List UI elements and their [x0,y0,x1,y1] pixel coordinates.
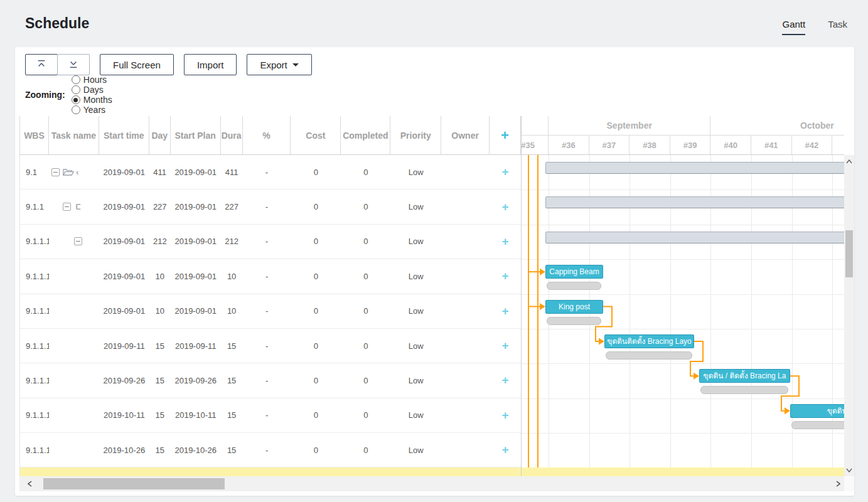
week-header: #40 [710,136,751,155]
cell-priority: Low [390,259,441,293]
cell-start-plan: 2019-09-01 [171,190,221,223]
collapse-all-button[interactable] [25,54,58,75]
cell-priority: Low [390,398,441,432]
zoom-radio-label: Years [83,105,105,115]
add-subtask-button[interactable]: + [490,155,521,189]
cell-day: 15 [149,363,171,397]
timeline-weeks-row: #35#36#37#38#39#40#41#42 [522,136,844,155]
cell-day: 10 [149,294,171,328]
baseline-bar [547,317,601,325]
add-column-button[interactable]: + [490,116,521,155]
cell-duration: 15 [221,398,243,432]
row-gridline [522,225,844,225]
zoom-radio-label: Days [83,85,104,95]
cell-duration: 10 [221,259,243,293]
add-subtask-button[interactable]: + [490,294,521,328]
cell-cost: 0 [291,433,341,467]
zoom-radio-days[interactable]: Days [72,85,112,95]
add-subtask-button[interactable]: + [490,190,521,223]
zooming-label: Zooming: [25,90,65,100]
scroll-right-icon[interactable] [833,479,843,489]
caret-down-icon [292,63,299,67]
cell-owner [441,294,490,328]
tab-task[interactable]: Task [828,19,847,35]
gantt-chart-area: Capping BeamKing postขุดดินติดตั้ง Braci… [521,155,844,476]
schedule-card: Full Screen Import Export Zooming: Hours… [15,47,854,496]
zooming-controls: Zooming: HoursDaysMonthsYears [25,87,121,103]
task-bar[interactable]: King post [545,300,603,314]
cell-task-name: ‹ [49,155,99,189]
cell-cost: 0 [291,190,341,223]
cell-day: 10 [149,259,171,293]
zoom-radio-hours[interactable]: Hours [72,75,112,85]
project-bar[interactable] [545,196,844,208]
collapse-all-icon [36,59,47,71]
cell-start-plan: 2019-09-01 [171,155,221,189]
cell-priority: Low [390,225,441,259]
cell-wbs: 9.1.1.1 [20,259,49,293]
cell-wbs: 9.1.1.1 [20,294,49,328]
cell-completed: 0 [341,398,390,432]
zoom-radio-years[interactable]: Years [72,105,112,115]
cell-start-time: 2019-09-01 [99,225,149,259]
collapse-minus-icon[interactable] [51,168,60,176]
cell-priority: Low [390,363,441,397]
horizontal-scrollbar-thumb[interactable] [43,478,225,489]
cell-cost: 0 [291,155,341,189]
cell-start-plan: 2019-09-26 [171,363,221,397]
table-row: 9.1.1.12019-09-01102019-09-0110-00Low+ [20,259,521,294]
add-subtask-button[interactable]: + [490,433,521,467]
add-subtask-button[interactable]: + [490,259,521,293]
import-button[interactable]: Import [184,54,237,75]
export-button[interactable]: Export [247,54,311,75]
add-subtask-button[interactable]: + [490,398,521,432]
add-subtask-button[interactable]: + [490,225,521,259]
cell-duration: 15 [221,363,243,397]
table-row: 9.1.1.12019-10-11152019-10-1115-00Low+ [20,398,521,433]
task-bar[interactable]: ขุดดิน / ติดตั้ง Bracing La [699,369,790,383]
cell-task-name [49,398,99,432]
scroll-left-icon[interactable] [24,479,35,489]
add-subtask-button[interactable]: + [490,329,521,363]
collapse-minus-icon[interactable] [74,237,82,245]
cell-wbs: 9.1.1.1 [20,363,49,397]
cell-task-name [49,329,99,363]
task-bar[interactable]: ขุดดิน / ติดตั้ง B [790,404,844,418]
row-gridline [522,398,844,399]
new-task-row-chart[interactable] [522,467,844,476]
cell-wbs: 9.1.1.1 [20,433,49,467]
scroll-up-icon[interactable] [844,156,854,166]
cell-start-plan: 2019-09-01 [171,294,221,328]
col-header-wbs: WBS [20,116,49,155]
cell-cost: 0 [291,363,341,397]
vertical-scrollbar[interactable] [844,155,854,476]
timeline-marker-line [528,155,529,476]
new-task-row[interactable] [20,467,521,476]
scroll-down-icon[interactable] [844,465,854,475]
tab-gantt[interactable]: Gantt [782,19,805,35]
project-bar[interactable] [545,162,844,174]
week-header: #42 [792,136,833,155]
cell-priority: Low [390,190,441,223]
full-screen-button[interactable]: Full Screen [100,54,174,75]
vertical-scrollbar-thumb[interactable] [845,230,853,277]
collapse-minus-icon[interactable] [63,203,71,211]
row-gridline [522,363,844,364]
cell-day: 15 [149,398,171,432]
cell-start-plan: 2019-09-11 [171,329,221,363]
expand-all-button[interactable] [57,54,90,75]
add-subtask-button[interactable]: + [490,363,521,397]
project-bar[interactable] [545,232,844,243]
cell-duration: 212 [221,225,243,259]
task-bar[interactable]: ขุดดินติดตั้ง Bracing Layo [604,334,694,348]
week-header: #36 [549,136,589,155]
view-tabs: Gantt Task [782,19,847,35]
cell-start-plan: 2019-09-01 [171,225,221,259]
horizontal-scrollbar[interactable] [19,476,844,491]
table-row: 9.1‹2019-09-014112019-09-01411-00Low+ [20,155,521,190]
task-bar[interactable]: Capping Beam [545,265,603,279]
cell-completed: 0 [341,155,390,189]
cell-completed: 0 [341,363,390,397]
cell-wbs: 9.1.1.1 [20,329,49,363]
zoom-radio-months[interactable]: Months [72,95,112,105]
